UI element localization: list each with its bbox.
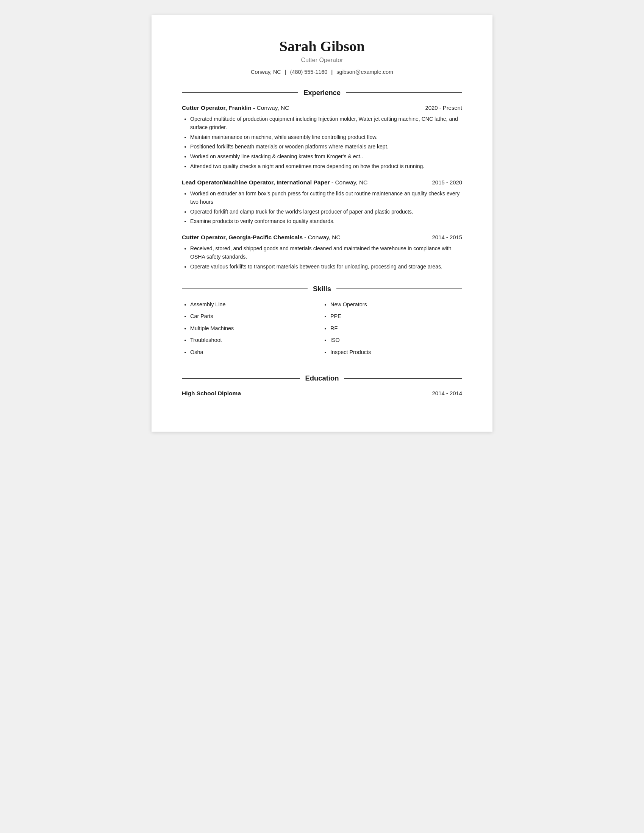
skill-item: Troubleshoot — [190, 336, 322, 344]
skills-section-header: Skills — [182, 285, 462, 293]
job-location-1: Conway, NC — [256, 105, 289, 111]
bullet-item: Attended two quality checks a night and … — [190, 162, 462, 171]
job-entry-3: Cutter Operator, Georgia-Pacific Chemica… — [182, 234, 462, 271]
candidate-title: Cutter Operator — [182, 57, 462, 64]
skill-item: Car Parts — [190, 312, 322, 321]
education-entry-1: High School Diploma 2014 - 2014 — [182, 390, 462, 397]
skills-line-left — [182, 288, 308, 289]
job-company-3: Cutter Operator, Georgia-Pacific Chemica… — [182, 234, 306, 240]
skill-item: Assembly Line — [190, 301, 322, 309]
job-entry-2: Lead Operator/Machine Operator, Internat… — [182, 179, 462, 226]
skill-item: Osha — [190, 348, 322, 357]
skill-item: PPE — [330, 312, 462, 321]
education-section: Education High School Diploma 2014 - 201… — [182, 374, 462, 397]
job-date-3: 2014 - 2015 — [432, 234, 462, 240]
skill-item: Multiple Machines — [190, 325, 322, 333]
job-bullets-2: Worked on extruder an form box's punch p… — [182, 190, 462, 226]
resume-page: Sarah Gibson Cutter Operator Conway, NC … — [151, 15, 493, 432]
job-bullets-1: Operated multitude of production equipme… — [182, 115, 462, 171]
skills-left-list: Assembly Line Car Parts Multiple Machine… — [182, 301, 322, 357]
edu-degree-1: High School Diploma — [182, 390, 241, 397]
job-date-1: 2020 - Present — [425, 105, 462, 111]
skills-line-right — [336, 288, 462, 289]
education-section-header: Education — [182, 374, 462, 383]
job-company-2: Lead Operator/Machine Operator, Internat… — [182, 179, 333, 185]
bullet-item: Maintain maintenance on machine, while a… — [190, 133, 462, 142]
job-header-3: Cutter Operator, Georgia-Pacific Chemica… — [182, 234, 462, 241]
job-location-3: Conway, NC — [308, 234, 341, 240]
bullet-item: Operated forklift and clamp truck for th… — [190, 208, 462, 216]
section-line-right — [346, 92, 462, 93]
skill-item: New Operators — [330, 301, 462, 309]
education-title: Education — [305, 374, 339, 383]
skills-left-column: Assembly Line Car Parts Multiple Machine… — [182, 301, 322, 360]
job-date-2: 2015 - 2020 — [432, 180, 462, 185]
contact-city: Conway, NC — [251, 69, 281, 75]
bullet-item: Worked on extruder an form box's punch p… — [190, 190, 462, 206]
resume-header: Sarah Gibson Cutter Operator Conway, NC … — [182, 38, 462, 75]
experience-title: Experience — [303, 88, 341, 97]
experience-section: Experience Cutter Operator, Franklin - C… — [182, 88, 462, 271]
contact-info: Conway, NC | (480) 555-1160 | sgibson@ex… — [182, 69, 462, 75]
contact-phone: (480) 555-1160 — [290, 69, 327, 75]
job-header-2: Lead Operator/Machine Operator, Internat… — [182, 179, 462, 186]
job-title-3: Cutter Operator, Georgia-Pacific Chemica… — [182, 234, 341, 241]
skills-section: Skills Assembly Line Car Parts Multiple … — [182, 285, 462, 360]
edu-date-1: 2014 - 2014 — [432, 391, 462, 396]
job-title-2: Lead Operator/Machine Operator, Internat… — [182, 179, 367, 186]
job-location-2: Conway, NC — [335, 179, 367, 185]
bullet-item: Operated multitude of production equipme… — [190, 115, 462, 132]
bullet-item: Worked on assembly line stacking & clean… — [190, 153, 462, 161]
skills-right-list: New Operators PPE RF ISO Inspect Product… — [322, 301, 462, 357]
job-entry-1: Cutter Operator, Franklin - Conway, NC 2… — [182, 105, 462, 171]
edu-line-left — [182, 378, 300, 379]
bullet-item: Received, stored, and shipped goods and … — [190, 244, 462, 261]
contact-email: sgibson@example.com — [336, 69, 393, 75]
job-company-1: Cutter Operator, Franklin - — [182, 105, 255, 111]
contact-sep-2: | — [331, 69, 333, 75]
job-header-1: Cutter Operator, Franklin - Conway, NC 2… — [182, 105, 462, 111]
skills-right-column: New Operators PPE RF ISO Inspect Product… — [322, 301, 462, 360]
skills-grid: Assembly Line Car Parts Multiple Machine… — [182, 301, 462, 360]
skills-title: Skills — [313, 285, 331, 293]
candidate-name: Sarah Gibson — [182, 38, 462, 55]
job-title-1: Cutter Operator, Franklin - Conway, NC — [182, 105, 289, 111]
job-bullets-3: Received, stored, and shipped goods and … — [182, 244, 462, 271]
experience-section-header: Experience — [182, 88, 462, 97]
bullet-item: Positioned forklifts beneath materials o… — [190, 143, 462, 151]
section-line-left — [182, 92, 298, 93]
edu-line-right — [344, 378, 462, 379]
skill-item: Inspect Products — [330, 348, 462, 357]
skill-item: ISO — [330, 336, 462, 344]
contact-sep-1: | — [285, 69, 287, 75]
skill-item: RF — [330, 325, 462, 333]
bullet-item: Operate various forklifts to transport m… — [190, 263, 462, 271]
bullet-item: Examine products to verify conformance t… — [190, 217, 462, 226]
